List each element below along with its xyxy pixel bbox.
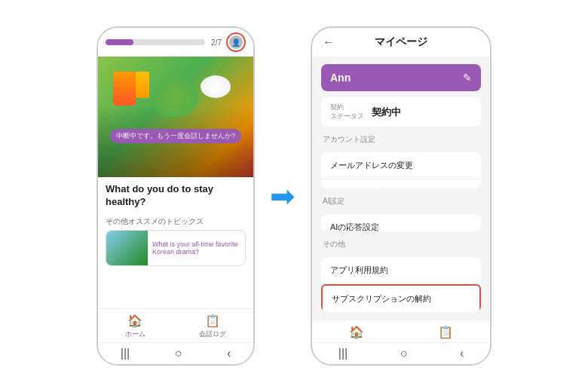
right-nav-log[interactable]: 📋	[438, 325, 453, 339]
nav-log[interactable]: 📋 会話ログ	[199, 314, 226, 339]
ai-menu: AIの応答設定	[321, 214, 481, 231]
cheese-blob	[201, 75, 231, 98]
bottom-nav: 🏠 ホーム 📋 会話ログ	[98, 308, 253, 342]
status-value: 契約中	[372, 106, 401, 119]
right-sys-home-icon[interactable]: ○	[400, 347, 408, 360]
sys-back-icon[interactable]: ‹	[227, 347, 231, 360]
nav-log-label: 会話ログ	[199, 329, 226, 339]
avatar-icon: 👤	[229, 35, 243, 49]
topic-text: What is your all-time favorite Korean dr…	[148, 231, 245, 265]
right-home-icon: 🏠	[349, 325, 364, 339]
account-menu: メールアドレスの変更 パスワードの変更	[321, 152, 481, 188]
orange-item	[113, 72, 136, 106]
arrow: ➡	[270, 179, 296, 213]
topic-card[interactable]: What is your all-time favorite Korean dr…	[106, 230, 246, 266]
back-button[interactable]: ←	[323, 35, 335, 49]
right-phone: ← マイページ Ann ✎ 契約 ステータス 契約中 アカウント設定 メールアド…	[311, 26, 492, 366]
topic-thumbnail	[106, 231, 148, 265]
other-section-header: その他	[321, 237, 481, 251]
menu-password[interactable]: パスワードの変更	[321, 179, 481, 188]
question-section: What do you do to stay healthy?	[98, 177, 253, 213]
menu-terms[interactable]: アプリ利用規約	[321, 257, 481, 284]
avatar-button[interactable]: 👤 タップ	[226, 32, 246, 52]
juice-glass	[136, 72, 149, 98]
page-title: マイページ	[375, 35, 427, 49]
right-sys-menu-icon[interactable]: |||	[338, 347, 348, 360]
food-illustration	[98, 57, 253, 177]
right-arrow-icon: ➡	[270, 179, 296, 213]
left-phone-header: 2/7 👤 タップ	[98, 28, 253, 57]
right-log-icon: 📋	[438, 325, 453, 339]
right-content: Ann ✎ 契約 ステータス 契約中 アカウント設定 メールアドレスの変更 パス…	[312, 57, 490, 320]
menu-email[interactable]: メールアドレスの変更	[321, 152, 481, 179]
progress-text: 2/7	[211, 38, 222, 47]
cancel-sub-wrapper: サブスクリプションの解約 タップ	[321, 284, 481, 312]
progress-bar	[106, 39, 205, 45]
salad-blob	[153, 79, 198, 117]
left-phone: 2/7 👤 タップ 中断中です。もう一度会話しませんか? What do you…	[96, 26, 255, 366]
nav-home-label: ホーム	[125, 329, 145, 339]
nav-home[interactable]: 🏠 ホーム	[125, 314, 145, 339]
right-phone-header: ← マイページ	[312, 28, 490, 57]
food-image: 中断中です。もう一度会話しませんか?	[98, 57, 253, 177]
user-card: Ann ✎	[321, 64, 481, 91]
right-nav-home[interactable]: 🏠	[349, 325, 364, 339]
menu-cancel-subscription[interactable]: サブスクリプションの解約	[321, 284, 481, 312]
banner-pill: 中断中です。もう一度会話しませんか?	[110, 129, 241, 143]
topics-section-title: その他オススメのトピックス	[98, 213, 253, 230]
status-label: 契約 ステータス	[330, 103, 364, 121]
system-nav-right: ||| ○ ‹	[312, 342, 490, 364]
log-icon: 📋	[205, 314, 220, 328]
status-card: 契約 ステータス 契約中	[321, 97, 481, 127]
right-bottom-nav: 🏠 📋	[312, 320, 490, 342]
progress-bar-fill	[106, 39, 133, 45]
sys-home-icon[interactable]: ○	[175, 347, 182, 360]
system-nav-left: ||| ○ ‹	[98, 342, 253, 364]
question-text: What do you do to stay healthy?	[106, 183, 246, 209]
right-sys-back-icon[interactable]: ‹	[460, 347, 464, 360]
edit-icon[interactable]: ✎	[463, 72, 472, 84]
home-icon: 🏠	[127, 314, 142, 328]
user-name: Ann	[330, 72, 351, 84]
menu-ai[interactable]: AIの応答設定	[321, 214, 481, 231]
sys-menu-icon[interactable]: |||	[121, 347, 130, 360]
ai-section-header: AI設定	[321, 194, 481, 208]
account-section-header: アカウント設定	[321, 133, 481, 146]
other-menu: アプリ利用規約 サブスクリプションの解約 タップ アカウントの削除	[321, 257, 481, 312]
